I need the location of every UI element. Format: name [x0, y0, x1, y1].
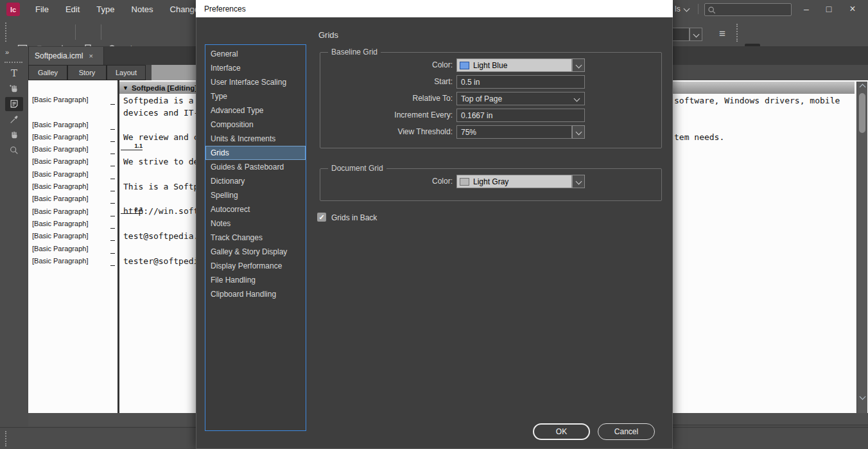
panel-grip-handle[interactable] [4, 62, 22, 64]
partial-dropdown-arrow[interactable] [690, 28, 702, 41]
style-label: [Basic Paragraph] [32, 157, 88, 165]
divider [101, 24, 101, 40]
pref-item-guides-pasteboard[interactable]: Guides & Pasteboard [205, 160, 306, 174]
style-row[interactable]: [Basic Paragraph] [28, 232, 117, 242]
eyedropper-icon [9, 114, 19, 125]
view-threshold-value: 75% [461, 128, 476, 137]
pref-item-spelling[interactable]: Spelling [205, 188, 306, 202]
increment-input[interactable]: 0.1667 in [456, 109, 585, 122]
document-color-arrow[interactable] [572, 175, 585, 188]
menu-edit[interactable]: Edit [57, 4, 88, 14]
depth-tick [110, 191, 115, 191]
note-tool-button[interactable] [5, 97, 23, 111]
style-row[interactable]: [Basic Paragraph] [28, 245, 117, 255]
style-row[interactable]: [Basic Paragraph] [28, 170, 117, 180]
style-row[interactable]: [Basic Paragraph] [28, 157, 117, 168]
tab-story[interactable]: Story [67, 65, 107, 80]
scrollbar-thumb[interactable] [859, 93, 865, 133]
galley-text-line[interactable]: test@softpedia.c [123, 231, 204, 241]
expand-panel-icon[interactable]: » [5, 48, 10, 56]
galley-text-line[interactable]: We strive to del [123, 157, 204, 166]
style-label: [Basic Paragraph] [32, 257, 88, 265]
close-button[interactable]: × [842, 0, 863, 18]
galley-text-line[interactable]: http://win.softp [123, 206, 204, 216]
style-label: [Basic Paragraph] [32, 220, 88, 227]
tab-close-icon[interactable]: × [89, 52, 92, 60]
view-threshold-arrow[interactable] [572, 125, 585, 139]
toolbar-grip-handle[interactable] [5, 22, 8, 42]
galley-text-line[interactable]: tem needs. [674, 132, 724, 142]
collapse-triangle-icon[interactable]: ▼ [123, 85, 128, 91]
style-row[interactable]: [Basic Paragraph] [28, 207, 117, 218]
grids-in-back-checkbox[interactable]: ✓ [317, 213, 326, 222]
pref-item-general[interactable]: General [205, 47, 306, 61]
chevron-down-icon [693, 31, 699, 38]
cancel-button[interactable]: Cancel [598, 423, 655, 440]
pref-item-clipboard-handling[interactable]: Clipboard Handling [205, 287, 306, 301]
style-row[interactable]: [Basic Paragraph] [28, 257, 117, 267]
maximize-button[interactable]: □ [819, 0, 839, 18]
pref-item-notes[interactable]: Notes [205, 216, 306, 231]
pref-item-interface[interactable]: Interface [205, 61, 306, 75]
minimize-button[interactable]: – [796, 0, 817, 18]
style-row[interactable]: [Basic Paragraph] [28, 195, 117, 205]
type-tool-button[interactable]: T [5, 66, 23, 80]
statusbar-grip-handle[interactable] [5, 431, 8, 446]
style-row[interactable]: [Basic Paragraph] [28, 145, 117, 155]
story-header[interactable]: ▼ Softpedia [Editing] [119, 82, 199, 94]
scroll-down-icon[interactable] [860, 394, 866, 400]
pref-item-composition[interactable]: Composition [205, 118, 306, 132]
panel-menu-button[interactable]: ≡ [714, 26, 731, 42]
style-row[interactable]: [Basic Paragraph] [28, 133, 117, 143]
tab-layout[interactable]: Layout [107, 65, 146, 80]
scroll-up-icon[interactable] [860, 84, 866, 91]
hand-tool-button[interactable] [5, 128, 23, 142]
pref-item-units-increments[interactable]: Units & Increments [205, 132, 306, 146]
style-row[interactable]: [Basic Paragraph] [28, 96, 117, 106]
divider [75, 24, 76, 40]
search-input[interactable] [704, 3, 792, 16]
vertical-scrollbar[interactable] [856, 82, 867, 413]
menu-notes[interactable]: Notes [123, 4, 162, 14]
toolbar-grip-handle[interactable] [736, 24, 740, 42]
style-row[interactable]: [Basic Paragraph] [28, 220, 117, 230]
pref-item-grids[interactable]: Grids [205, 146, 306, 160]
pref-item-galley-story-display[interactable]: Galley & Story Display [205, 245, 306, 259]
start-input[interactable]: 0.5 in [456, 75, 585, 89]
view-threshold-combo[interactable]: 75% [456, 125, 572, 139]
galley-text-line[interactable]: tester@softpedia [123, 256, 204, 266]
pref-item-autocorrect[interactable]: Autocorrect [205, 202, 306, 216]
zoom-tool-button[interactable] [5, 143, 23, 157]
relative-to-dropdown[interactable]: Top of Page [456, 92, 585, 105]
column-divider[interactable] [117, 80, 119, 413]
style-row[interactable]: [Basic Paragraph] [28, 121, 117, 131]
pref-item-advanced-type[interactable]: Advanced Type [205, 103, 306, 118]
story-header-label: Softpedia [Editing] [132, 84, 197, 92]
document-color-dropdown[interactable]: Light Gray [456, 175, 572, 188]
pref-item-display-performance[interactable]: Display Performance [205, 259, 306, 273]
baseline-color-dropdown[interactable]: Light Blue [456, 58, 572, 72]
pref-item-type[interactable]: Type [205, 89, 306, 103]
pref-item-file-handling[interactable]: File Handling [205, 273, 306, 287]
document-tab[interactable]: Softpedia.icml × [28, 47, 104, 65]
baseline-color-arrow[interactable] [572, 58, 585, 72]
eyedropper-tool-button[interactable] [5, 112, 23, 127]
note-tool-icon [9, 99, 19, 109]
tab-galley[interactable]: Galley [28, 65, 67, 80]
galley-text-line[interactable]: Softpedia is a l [123, 96, 204, 105]
pref-item-dictionary[interactable]: Dictionary [205, 174, 306, 188]
galley-text-line[interactable]: This is a Softpe [123, 182, 204, 191]
workspace-switcher[interactable]: ls [675, 4, 681, 13]
pref-item-ui-scaling[interactable]: User Interface Scaling [205, 75, 306, 89]
galley-text-line[interactable]: software, Windows drivers, mobile [674, 96, 840, 105]
ok-button[interactable]: OK [533, 423, 590, 440]
dialog-body: General Interface User Interface Scaling… [196, 17, 673, 449]
dialog-title-bar[interactable]: Preferences [196, 0, 673, 17]
menu-type[interactable]: Type [88, 4, 123, 14]
style-row[interactable]: [Basic Paragraph] [28, 182, 117, 193]
pref-item-track-changes[interactable]: Track Changes [205, 231, 306, 245]
menu-file[interactable]: File [27, 4, 57, 14]
galley-text-line[interactable]: devices and IT-r [123, 108, 204, 118]
position-tool-button[interactable] [5, 82, 23, 96]
galley-text-line[interactable]: We review and ca [123, 132, 204, 142]
